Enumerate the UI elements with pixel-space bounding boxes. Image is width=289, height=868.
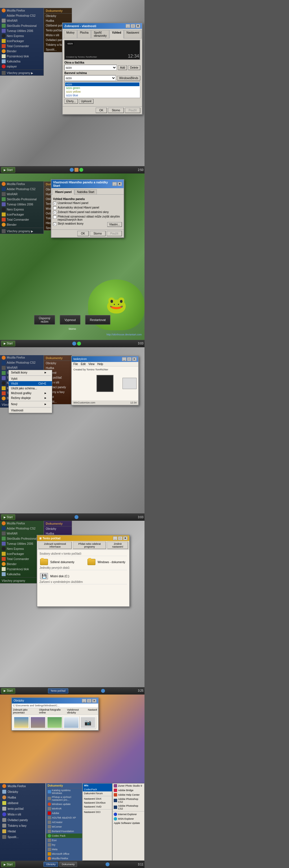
s5-winupdate[interactable]: Windows update <box>46 802 82 806</box>
tab-nastaveni[interactable]: Nastavení <box>124 30 142 38</box>
nastaveni-dci[interactable]: Nastavení DCI <box>83 810 112 814</box>
toolbar-vytisknout[interactable]: Vytisknout obrázky <box>67 708 86 714</box>
checkbox-uzamknout-box[interactable] <box>53 202 57 205</box>
tab-plocha[interactable]: Plocha <box>77 30 91 38</box>
start-button-s5[interactable]: ▶ Start <box>1 862 15 867</box>
nastaveni-divxbux[interactable]: Nastavení DivXbux <box>83 801 112 805</box>
s4-photoshop[interactable]: Adobe Photoshop CS2 <box>0 526 43 531</box>
ps-cs2-2-item[interactable]: Adobe Photoshop CS2 <box>113 804 144 811</box>
start-item-nero[interactable]: Nero Express <box>0 33 43 38</box>
nastaveni-xvid[interactable]: Nastavení XviD <box>83 805 112 809</box>
start-item-totalcmd[interactable]: Total Commander <box>0 43 43 49</box>
s5-meta[interactable]: Meta <box>46 847 82 851</box>
ctx-vybit[interactable]: Vybít <box>9 376 52 381</box>
s2-allprograms[interactable]: Všechny programy ▶ <box>0 228 43 234</box>
ie-item[interactable]: Internet Explorer <box>113 812 144 816</box>
settings-button[interactable]: Změnit nastavení <box>107 541 128 549</box>
pouzit-button-s1[interactable]: Použít <box>125 107 140 113</box>
vypnout-button[interactable]: Vypnout <box>60 315 80 324</box>
s5-tiskarny[interactable]: Tiskárny a faxy <box>0 823 45 829</box>
vlastnosti-pouzit[interactable]: Použít <box>107 231 122 236</box>
scheme-select[interactable]: ozzo <box>64 75 116 81</box>
close-button[interactable]: ✕ <box>136 24 140 28</box>
s5-mistasiti[interactable]: Místa v síti <box>0 811 45 817</box>
nastaveni-divx[interactable]: Nastavení DivX <box>83 797 112 801</box>
start-button-s3[interactable]: ▶ Start <box>1 514 15 520</box>
s5-firefox[interactable]: Mozilla Firefox <box>0 783 45 789</box>
vlastnosti-btn[interactable]: Vlastni... <box>107 222 122 227</box>
start-item-notepad[interactable]: Poznámkový blok <box>0 54 43 59</box>
s5-codecpack[interactable]: Codec Pack <box>46 834 82 838</box>
ctx-novy[interactable]: Nový ▶ <box>9 402 52 407</box>
cancel-power[interactable]: Storno <box>69 328 76 330</box>
local-disk-row[interactable]: 💾 Místní disk (C:) <box>39 572 127 580</box>
s2-iconpackager[interactable]: IconPackager <box>0 212 43 217</box>
ctx-vlastnosti[interactable]: Vlastnosti <box>9 408 52 413</box>
photos-close[interactable]: ✕ <box>92 699 97 703</box>
s3-obrazky[interactable]: Obrázky <box>44 361 72 366</box>
s3-firefox[interactable]: Mozilla Firefox <box>0 355 43 360</box>
s5-wcomer[interactable]: WComer <box>46 825 82 829</box>
photo-thumb-2[interactable] <box>30 717 46 728</box>
scheme-ozzo-green[interactable]: ozzo green <box>65 86 139 90</box>
sysinfo-button[interactable]: Zobrazit systémové informace <box>38 541 72 549</box>
windowsblinds-button[interactable]: WindowsBlinds <box>117 76 140 81</box>
shared-docs-row[interactable]: Sdílené dokumenty Windows - dokumenty <box>39 558 127 566</box>
s5-firefox-r[interactable]: Mozilla Firefox <box>46 856 82 861</box>
s5-katalog[interactable]: Katalog systému Windows <box>46 788 82 795</box>
s4-firefox[interactable]: Mozilla Firefox <box>0 521 43 526</box>
checkbox-automaticky-box[interactable] <box>53 206 57 210</box>
start-button-s4[interactable]: ▶ Start <box>1 688 15 694</box>
help-item[interactable]: Adobe Help Center <box>113 793 144 797</box>
s5-office[interactable]: Microsoft Office <box>46 851 82 856</box>
taskbar-dokumenty-btn[interactable]: Dokumenty <box>59 862 77 867</box>
ctx-vlozit[interactable]: Vložit Ctrl+E <box>9 381 52 386</box>
start-button-s2[interactable]: ▶ Start <box>1 341 15 346</box>
s2-skinstudio[interactable]: SkinStudio Professional <box>0 197 43 202</box>
ctx-seradit[interactable]: Seřadit ikony ▶ <box>9 370 52 375</box>
mycomputer-close[interactable]: ✕ <box>123 536 128 540</box>
eferty-button[interactable]: Eferty... <box>64 99 78 104</box>
toolbar-nastavit[interactable]: Nastavit <box>88 708 97 714</box>
start-item-tuneup[interactable]: Tuneup Utilities 2006 <box>0 28 43 33</box>
s3-photoshop[interactable]: Adobe Photoshop CS2 <box>0 360 43 365</box>
s5-spustit[interactable]: Spustit... <box>0 834 45 840</box>
s4-obrazky[interactable]: Obrázky <box>44 526 72 531</box>
s5-hledat[interactable]: Hledat <box>0 829 45 834</box>
photo-thumb-4[interactable] <box>64 717 79 728</box>
s2-blender[interactable]: Blender <box>0 222 43 227</box>
photo-thumb-1[interactable] <box>13 717 29 728</box>
delete-button[interactable]: Delete <box>128 65 140 70</box>
s5-tenpocitac[interactable]: tento počítač <box>0 806 45 811</box>
ctx-moznosti[interactable]: Možnosti grafiky ▶ <box>9 391 52 396</box>
checkbox-zobrazit-box[interactable] <box>53 211 57 214</box>
toolbar-prezentaci[interactable]: Zobrazit jako prezentaci <box>13 708 37 714</box>
codecpack-sub-item[interactable]: CodecPack <box>83 787 112 792</box>
s2-nero[interactable]: Nero Express <box>0 207 43 212</box>
toolbar-objednat[interactable]: Objednat fotografie online <box>39 708 65 714</box>
start-item-skinstudio[interactable]: SkinStudio Professional <box>0 23 43 28</box>
photos-minimize[interactable]: _ <box>82 699 86 703</box>
s2-winrar[interactable]: WinRAR <box>0 192 43 197</box>
vlastnosti-close[interactable]: ✕ <box>117 182 122 186</box>
add-button[interactable]: Add <box>118 65 127 70</box>
ok-button-s1[interactable]: OK <box>96 107 107 113</box>
dakument-forum-item[interactable]: Dakuméní forum <box>83 792 112 795</box>
scheme-ozzo-yellow[interactable]: ozzo yellow <box>65 90 139 94</box>
menu-file[interactable]: File <box>73 363 78 366</box>
ps-cs2-1-item[interactable]: Adobe Photoshop CS2 <box>113 797 144 804</box>
uspornyrežim-button[interactable]: Úsporný režim <box>34 315 55 324</box>
addremove-button[interactable]: Přidat nebo odebrat programy <box>73 541 106 549</box>
tab-vzhled[interactable]: Vzhled <box>109 30 123 38</box>
vlastnosti-tab-hlavni[interactable]: Hlavní panel <box>52 189 74 195</box>
bridge-item[interactable]: Adobe Bridge <box>113 788 144 793</box>
s5-borland[interactable]: Borland Foundation <box>46 829 82 834</box>
tab-motivy[interactable]: Motivy <box>64 30 77 38</box>
minimize-button[interactable]: _ <box>125 24 130 28</box>
start-item-firefox[interactable]: Mozilla Firefox <box>0 8 43 13</box>
mycomputer-minimize[interactable]: _ <box>113 536 117 540</box>
start-item-iconpackager[interactable]: IconPackager <box>0 38 43 43</box>
upřesnit-button[interactable]: Upřesnit <box>79 99 94 104</box>
s5-hudba[interactable]: Hudba <box>0 795 45 800</box>
s2-tuneup[interactable]: Tuneup Utilities 2006 <box>0 202 43 207</box>
